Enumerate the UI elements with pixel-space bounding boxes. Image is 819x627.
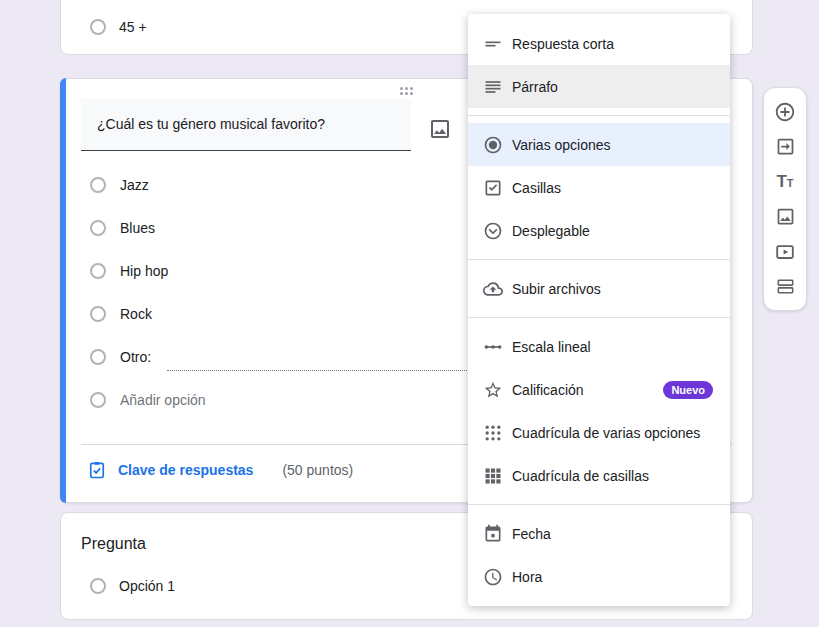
question-title-input[interactable]: ¿Cuál es tu género musical favorito? (81, 99, 411, 151)
menu-item-varias-opciones[interactable]: Varias opciones (468, 123, 730, 166)
menu-item-label: Varias opciones (512, 137, 611, 153)
image-icon (775, 206, 796, 227)
menu-item-label: Respuesta corta (512, 36, 614, 52)
add-video-button[interactable] (773, 240, 797, 264)
option-label[interactable]: Blues (120, 220, 155, 236)
menu-divider (468, 504, 730, 505)
points-value: (50 puntos) (282, 462, 353, 478)
menu-item-label: Hora (512, 569, 542, 585)
side-toolbar: TT (763, 87, 807, 311)
add-section-button[interactable] (773, 275, 797, 299)
menu-item-hora[interactable]: Hora (468, 555, 730, 598)
import-questions-button[interactable] (773, 135, 797, 159)
menu-item-calificacion[interactable]: CalificaciónNuevo (468, 368, 730, 411)
add-circle-icon (774, 101, 796, 123)
option-label[interactable]: Otro: (120, 349, 151, 365)
menu-item-label: Escala lineal (512, 339, 591, 355)
menu-item-parrafo[interactable]: Párrafo (468, 65, 730, 108)
import-icon (775, 136, 796, 157)
question-type-menu: Respuesta cortaPárrafoVarias opcionesCas… (468, 14, 730, 606)
menu-item-escala-lineal[interactable]: Escala lineal (468, 325, 730, 368)
menu-item-label: Casillas (512, 180, 561, 196)
paragraph-icon (483, 77, 503, 97)
option-label[interactable]: Rock (120, 306, 152, 322)
cb-grid-icon (483, 466, 503, 486)
option-label[interactable]: Hip hop (120, 263, 168, 279)
option-row: Opción 1 (90, 578, 175, 594)
option-label[interactable]: Jazz (120, 177, 149, 193)
menu-item-label: Cuadrícula de casillas (512, 468, 649, 484)
drag-handle-icon[interactable] (400, 87, 414, 96)
title-text-icon: TT (776, 173, 793, 190)
menu-item-fecha[interactable]: Fecha (468, 512, 730, 555)
short-answer-icon (483, 34, 503, 54)
star-icon (483, 380, 503, 400)
menu-item-respuesta-corta[interactable]: Respuesta corta (468, 22, 730, 65)
menu-item-desplegable[interactable]: Desplegable (468, 209, 730, 252)
option-label: 45 + (119, 19, 147, 35)
radio-button[interactable] (90, 220, 106, 236)
menu-item-subir-archivos[interactable]: Subir archivos (468, 267, 730, 310)
menu-divider (468, 259, 730, 260)
clock-icon (483, 567, 503, 587)
section-icon (775, 276, 796, 297)
answer-key-button[interactable]: Clave de respuestas (118, 462, 253, 478)
calendar-icon (483, 524, 503, 544)
add-title-button[interactable]: TT (773, 170, 797, 194)
add-image-to-question-icon[interactable] (428, 117, 452, 141)
menu-item-label: Párrafo (512, 79, 558, 95)
google-forms-editor: 45 + ¿Cuál es tu género musical favorito… (0, 0, 819, 627)
checkbox-icon (483, 178, 503, 198)
option-row: 45 + (90, 19, 147, 35)
answer-key-row: Clave de respuestas (50 puntos) (87, 460, 353, 480)
option-label: Opción 1 (119, 578, 175, 594)
question-title[interactable]: Pregunta (81, 535, 146, 553)
add-question-button[interactable] (773, 100, 797, 124)
menu-item-cuadricula-de-casillas[interactable]: Cuadrícula de casillas (468, 454, 730, 497)
menu-item-label: Fecha (512, 526, 551, 542)
menu-item-casillas[interactable]: Casillas (468, 166, 730, 209)
mc-grid-icon (483, 423, 503, 443)
video-icon (774, 241, 796, 263)
radio-button[interactable] (90, 306, 106, 322)
menu-divider (468, 317, 730, 318)
add-image-button[interactable] (773, 205, 797, 229)
radio-button[interactable] (90, 349, 106, 365)
radio-button[interactable] (90, 578, 106, 594)
radio-button[interactable] (90, 177, 106, 193)
menu-item-label: Cuadrícula de varias opciones (512, 425, 700, 441)
menu-divider (468, 115, 730, 116)
add-option-button[interactable]: Añadir opción (120, 392, 206, 408)
cloud-upload-icon (483, 279, 503, 299)
answer-key-icon (87, 460, 107, 480)
radio-button[interactable] (90, 19, 106, 35)
radio-checked-icon (483, 135, 503, 155)
menu-item-label: Desplegable (512, 223, 590, 239)
menu-item-cuadricula-de-varias-opciones[interactable]: Cuadrícula de varias opciones (468, 411, 730, 454)
linear-scale-icon (483, 337, 503, 357)
menu-item-label: Calificación (512, 382, 584, 398)
menu-item-label: Subir archivos (512, 281, 601, 297)
radio-button[interactable] (90, 263, 106, 279)
new-badge: Nuevo (663, 381, 713, 399)
active-card-indicator (60, 78, 66, 503)
radio-button[interactable] (90, 392, 106, 408)
dropdown-circle-icon (483, 221, 503, 241)
